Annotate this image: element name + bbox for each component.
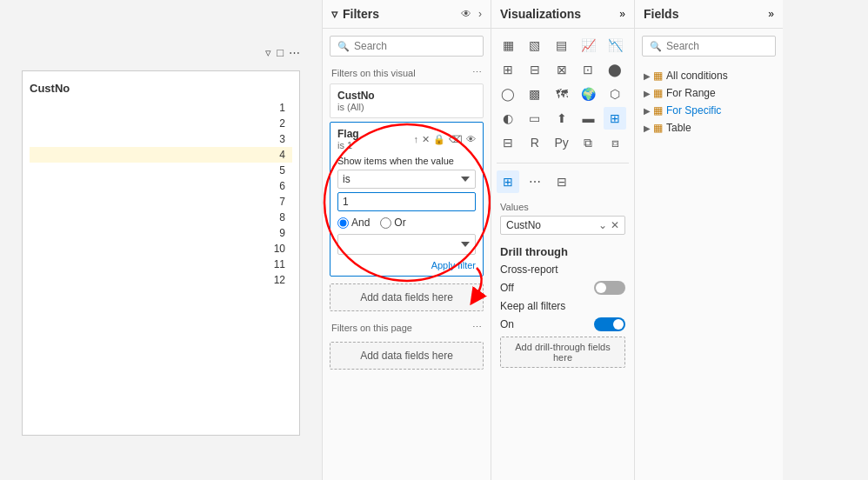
visual-toolbar: ▿ □ ⋯ [265, 46, 300, 59]
field-tree-item[interactable]: ▶ ▦ For Specific [640, 102, 778, 119]
field-tree-item[interactable]: ▶ ▦ All conditions [640, 67, 778, 84]
viz-pie[interactable]: ⬤ [604, 58, 626, 81]
table-cell: 12 [259, 274, 285, 286]
clear-filter-icon[interactable]: ⌫ [449, 134, 463, 145]
fields-search-box[interactable]: 🔍 [642, 36, 776, 57]
table-icon: ▦ [653, 70, 663, 82]
add-data-fields-visual-button[interactable]: Add data fields here [330, 283, 484, 311]
or-radio-label[interactable]: Or [380, 217, 405, 229]
table-cell: 1 [259, 102, 285, 114]
table-cell: 7 [259, 196, 285, 208]
flag-filter-title: Flag [337, 128, 359, 140]
viz-filled-map[interactable]: 🌍 [577, 83, 599, 105]
or-radio[interactable] [380, 217, 391, 229]
viz-matrix[interactable]: ⊟ [497, 131, 519, 154]
on-label: On [500, 318, 514, 330]
more-icon[interactable]: ⋯ [289, 46, 300, 59]
table-icon: ▦ [653, 122, 663, 134]
second-condition-select[interactable] [337, 234, 476, 255]
eye-icon[interactable]: 👁 [461, 8, 471, 20]
filters-search-box[interactable]: 🔍 [330, 36, 484, 57]
viz-funnel[interactable]: ⬡ [604, 83, 626, 105]
fields-search-icon: 🔍 [650, 41, 662, 52]
add-data-fields-page-button[interactable]: Add data fields here [330, 342, 484, 370]
viz-expand-icon[interactable]: » [619, 8, 625, 20]
viz-ribbon[interactable]: ⊟ [524, 58, 546, 81]
filter-value-input[interactable] [337, 192, 476, 211]
fields-panel: Fields » 🔍 ▶ ▦ All conditions ▶ ▦ For Ra… [635, 0, 783, 480]
viz-slicer[interactable]: ▬ [577, 107, 599, 130]
eye-filter-icon[interactable]: 👁 [466, 134, 476, 145]
keep-filters-toggle-row: On [500, 317, 625, 331]
field-label: For Specific [666, 104, 721, 117]
table-cell: 6 [259, 180, 285, 192]
viz-filter-icon[interactable]: ⊟ [551, 170, 573, 193]
viz-table[interactable]: ⊞ [604, 107, 626, 130]
custno-filter-card[interactable]: CustNo is (All) [330, 83, 484, 118]
table-visual-container: CustNo 123456789101112 [22, 70, 300, 436]
viz-100-bar[interactable]: ▤ [551, 34, 573, 57]
viz-area[interactable]: 📉 [604, 34, 626, 57]
viz-gauge[interactable]: ◐ [497, 107, 519, 130]
table-cell: 10 [259, 243, 285, 255]
field-label: All conditions [666, 70, 728, 82]
viz-card[interactable]: ▭ [524, 107, 546, 130]
viz-ai-chart[interactable]: ⧉ [577, 131, 599, 154]
apply-filter-button[interactable]: Apply filter [431, 260, 476, 270]
viz-treemap[interactable]: ▩ [524, 83, 546, 105]
field-tree-item[interactable]: ▶ ▦ For Range [640, 84, 778, 102]
viz-waterfall[interactable]: ⊠ [551, 58, 573, 81]
values-chevron-icon[interactable]: ⌄ [598, 219, 607, 231]
viz-analytics-icon[interactable]: ⋯ [524, 170, 546, 193]
keep-filters-label: Keep all filters [500, 300, 565, 312]
viz-scatter[interactable]: ⊡ [577, 58, 599, 81]
values-field-item[interactable]: CustNo ⌄ ✕ [500, 216, 625, 235]
fields-search-input[interactable] [666, 40, 768, 52]
viz-title: Visualizations [500, 7, 581, 21]
lock-icon[interactable]: 🔒 [433, 134, 445, 145]
viz-decomp[interactable]: ⧈ [604, 131, 626, 154]
viz-kpi[interactable]: ⬆ [551, 107, 573, 130]
viz-r-visual[interactable]: R [524, 131, 546, 154]
filter-icon[interactable]: ▿ [265, 46, 271, 59]
fields-header: Fields » [635, 0, 783, 29]
flag-filter-card[interactable]: Flag is 1 ↑ ✕ 🔒 ⌫ 👁 Show items when the … [330, 122, 484, 277]
viz-stacked-bar[interactable]: ▦ [497, 34, 519, 57]
field-tree-item[interactable]: ▶ ▦ Table [640, 119, 778, 137]
condition-select[interactable]: is is not is less than is greater than i… [337, 170, 476, 189]
show-items-label: Show items when the value [337, 156, 476, 166]
viz-icon-grid: ▦ ▧ ▤ 📈 📉 ⊞ ⊟ ⊠ ⊡ ⬤ ◯ ▩ 🗺 🌍 ⬡ ◐ ▭ ⬆ ▬ ⊞ … [491, 29, 634, 159]
fields-expand-icon[interactable]: » [768, 8, 774, 20]
filters-search-input[interactable] [354, 40, 476, 52]
chevron-right-icon[interactable]: › [478, 8, 482, 20]
expand-icon[interactable]: □ [277, 46, 284, 59]
table-row: 3 [30, 131, 292, 147]
radio-group: And Or [337, 217, 476, 229]
drill-through-section: Drill through Cross-report Off Keep all … [491, 240, 634, 373]
chevron-up-icon[interactable]: ↑ [414, 134, 419, 145]
keep-filters-toggle[interactable] [594, 317, 625, 331]
table-cell: 8 [259, 211, 285, 223]
and-radio-label[interactable]: And [337, 217, 370, 229]
off-label: Off [500, 282, 514, 294]
values-remove-icon[interactable]: ✕ [611, 219, 619, 231]
more-options-icon[interactable]: ⋯ [472, 67, 482, 78]
viz-map[interactable]: 🗺 [551, 83, 573, 105]
and-radio[interactable] [337, 217, 349, 229]
viz-donut[interactable]: ◯ [497, 83, 519, 105]
cross-report-knob [596, 283, 606, 293]
cross-report-toggle[interactable] [594, 281, 625, 295]
viz-combo[interactable]: ⊞ [497, 58, 519, 81]
viz-line[interactable]: 📈 [577, 34, 599, 57]
add-drill-fields-button[interactable]: Add drill-through fields here [500, 337, 625, 368]
more-page-options-icon[interactable]: ⋯ [472, 322, 482, 333]
viz-format-icon[interactable]: ⊞ [497, 170, 519, 193]
table-row: 11 [30, 257, 292, 272]
cross-report-label: Cross-report [500, 263, 558, 276]
viz-clustered-bar[interactable]: ▧ [524, 34, 546, 57]
table-icon: ▦ [653, 87, 663, 99]
close-filter-icon[interactable]: ✕ [422, 134, 430, 145]
viz-python[interactable]: Py [551, 131, 573, 154]
filters-on-page-label: Filters on this page ⋯ [323, 318, 491, 335]
fields-title: Fields [644, 7, 678, 21]
